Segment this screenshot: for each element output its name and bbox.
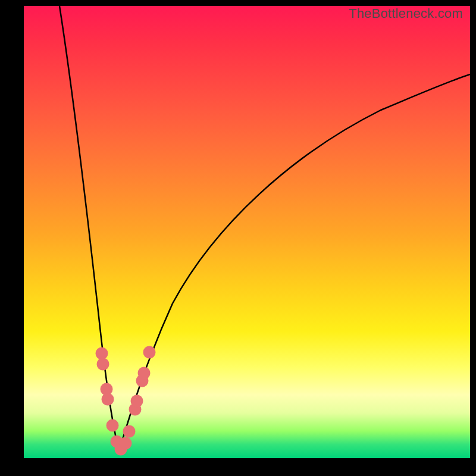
data-dot	[138, 367, 151, 380]
curve-right-branch	[119, 74, 470, 451]
plot-area: TheBottleneck.com	[24, 6, 470, 458]
scatter-dots	[96, 346, 156, 456]
data-dot	[120, 437, 132, 450]
data-dot	[123, 425, 136, 438]
bottleneck-curve	[24, 6, 470, 458]
attribution-label: TheBottleneck.com	[349, 6, 463, 21]
data-dot	[102, 393, 114, 406]
data-dot	[97, 358, 109, 371]
data-dot	[143, 346, 156, 359]
data-dot	[107, 419, 119, 432]
data-dot	[131, 395, 143, 408]
data-dot	[96, 347, 108, 360]
chart-frame: TheBottleneck.com	[0, 0, 476, 476]
